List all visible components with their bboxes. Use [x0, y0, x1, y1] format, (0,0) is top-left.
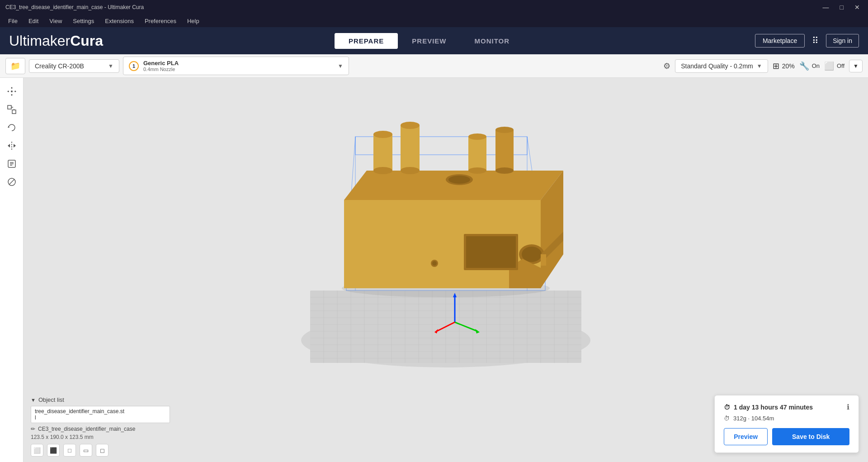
move-tool-button[interactable] — [4, 83, 20, 100]
tab-monitor[interactable]: MONITOR — [460, 33, 524, 49]
menu-preferences[interactable]: Preferences — [140, 16, 181, 26]
object-list-box: tree_disease_identifier_main_case.st l — [31, 406, 170, 423]
clock-icon: ⏱ — [724, 404, 730, 411]
apps-grid-icon[interactable]: ⠿ — [812, 35, 819, 46]
printer-selector[interactable]: Creality CR-200B ▼ — [29, 59, 119, 73]
object-action-buttons: ⬜ ⬛ □ ▭ ◻ — [31, 444, 170, 457]
marketplace-button[interactable]: Marketplace — [755, 34, 805, 48]
menu-edit[interactable]: Edit — [24, 16, 43, 26]
minimize-button[interactable]: — — [820, 3, 832, 12]
object-action-3[interactable]: □ — [63, 444, 76, 457]
per-model-settings-button[interactable] — [4, 156, 20, 172]
app-logo: Ultimaker Cura — [9, 33, 103, 49]
object-filename2: l — [35, 414, 166, 421]
adhesion-label: Off — [837, 62, 844, 69]
titlebar: CE3_tree_disease_identifier_main_case - … — [0, 0, 868, 14]
scale-tool-button[interactable] — [4, 101, 20, 118]
svg-rect-73 — [468, 137, 486, 171]
svg-point-74 — [468, 133, 486, 140]
object-edit-label: CE3_tree_disease_identifier_main_case — [38, 426, 135, 432]
svg-point-75 — [468, 167, 486, 174]
settings-icon: ⚙ — [663, 61, 670, 71]
quality-section: ⚙ Standard Quality - 0.2mm ▼ ⊞ 20% 🔧 On … — [663, 59, 863, 73]
preview-button[interactable]: Preview — [724, 428, 768, 445]
svg-marker-11 — [8, 144, 10, 148]
svg-point-72 — [401, 167, 420, 174]
svg-point-61 — [522, 247, 542, 262]
infill-icon: ⊞ — [773, 61, 779, 71]
scale-icon — [7, 105, 17, 114]
nav-tabs: PREPARE PREVIEW MONITOR — [335, 33, 524, 49]
move-icon — [7, 86, 17, 96]
tab-prepare[interactable]: PREPARE — [335, 33, 398, 49]
menu-file[interactable]: File — [4, 16, 22, 26]
rotate-tool-button[interactable] — [4, 119, 20, 136]
menu-help[interactable]: Help — [183, 16, 204, 26]
quality-selector[interactable]: Standard Quality - 0.2mm ▼ — [675, 59, 768, 73]
settings-expand-button[interactable]: ▼ — [849, 60, 863, 72]
save-to-disk-button[interactable]: Save to Disk — [772, 428, 849, 445]
object-action-5[interactable]: ◻ — [96, 444, 108, 457]
rotate-icon — [7, 123, 17, 133]
menu-view[interactable]: View — [45, 16, 66, 26]
toolbar: 📁 Creality CR-200B ▼ 1 Generic PLA 0.4mm… — [0, 54, 868, 78]
edit-icon[interactable]: ✏ — [31, 426, 35, 432]
info-icon[interactable]: ℹ — [847, 403, 849, 411]
print-action-buttons: Preview Save to Disk — [724, 428, 849, 445]
svg-point-77 — [495, 127, 514, 133]
support-blocker-icon — [7, 177, 17, 187]
svg-point-4 — [11, 90, 13, 92]
printer-name: Creality CR-200B — [35, 62, 84, 70]
svg-point-69 — [373, 167, 392, 174]
menu-settings[interactable]: Settings — [68, 16, 99, 26]
object-action-2[interactable]: ⬛ — [47, 444, 60, 457]
svg-point-78 — [495, 167, 514, 174]
object-dimensions: 123.5 x 190.0 x 123.5 mm — [31, 434, 170, 440]
material-nozzle: 0.4mm Nozzle — [143, 67, 179, 72]
print-time-row: ⏱ 1 day 13 hours 47 minutes ℹ — [724, 403, 849, 411]
print-material-row: ⏱ 312g · 104.54m — [724, 415, 849, 422]
logo-text-bold: Cura — [70, 33, 103, 49]
material-selector[interactable]: 1 Generic PLA 0.4mm Nozzle ▼ — [123, 57, 349, 75]
object-edit-row: ✏ CE3_tree_disease_identifier_main_case — [31, 426, 170, 432]
3d-model-svg — [265, 100, 627, 372]
svg-marker-3 — [15, 90, 16, 92]
per-model-settings-icon — [7, 159, 17, 169]
svg-rect-70 — [401, 125, 420, 171]
svg-point-71 — [401, 122, 420, 129]
logo-text-regular: Ultimaker — [9, 33, 70, 49]
support-blocker-button[interactable] — [4, 174, 20, 190]
bottom-panel: ▼ Object list tree_disease_identifier_ma… — [24, 391, 177, 462]
svg-rect-66 — [466, 236, 516, 268]
mirror-tool-button[interactable] — [4, 138, 20, 154]
mirror-icon — [7, 141, 17, 151]
object-filename: tree_disease_identifier_main_case.st — [35, 408, 166, 414]
titlebar-controls: — □ ✕ — [820, 3, 863, 12]
menubar: File Edit View Settings Extensions Prefe… — [0, 14, 868, 27]
support-label: On — [812, 62, 820, 69]
object-action-4[interactable]: ▭ — [80, 444, 92, 457]
svg-rect-64 — [541, 254, 546, 266]
infill-percentage: 20% — [782, 62, 795, 70]
object-list-header[interactable]: ▼ Object list — [31, 396, 170, 403]
object-action-1[interactable]: ⬜ — [31, 444, 43, 457]
maximize-button[interactable]: □ — [837, 3, 846, 12]
svg-point-80 — [448, 176, 470, 184]
menu-extensions[interactable]: Extensions — [100, 16, 138, 26]
adhesion-toggle-section: ⬜ Off — [824, 61, 844, 71]
svg-point-68 — [373, 131, 392, 138]
svg-rect-67 — [373, 134, 392, 171]
print-time-value: 1 day 13 hours 47 minutes — [734, 404, 813, 411]
material-number-badge: 1 — [129, 61, 139, 71]
material-info: Generic PLA 0.4mm Nozzle — [143, 60, 179, 72]
folder-icon: 📁 — [10, 62, 20, 71]
infill-section: ⊞ 20% — [773, 61, 795, 71]
signin-button[interactable]: Sign in — [826, 34, 859, 48]
close-button[interactable]: ✕ — [852, 3, 863, 12]
quality-label: Standard Quality - 0.2mm — [681, 62, 753, 70]
print-time: ⏱ 1 day 13 hours 47 minutes — [724, 404, 813, 411]
svg-rect-76 — [495, 130, 514, 171]
open-folder-button[interactable]: 📁 — [5, 58, 25, 74]
quality-dropdown-arrow: ▼ — [757, 63, 762, 69]
tab-preview[interactable]: PREVIEW — [398, 33, 460, 49]
